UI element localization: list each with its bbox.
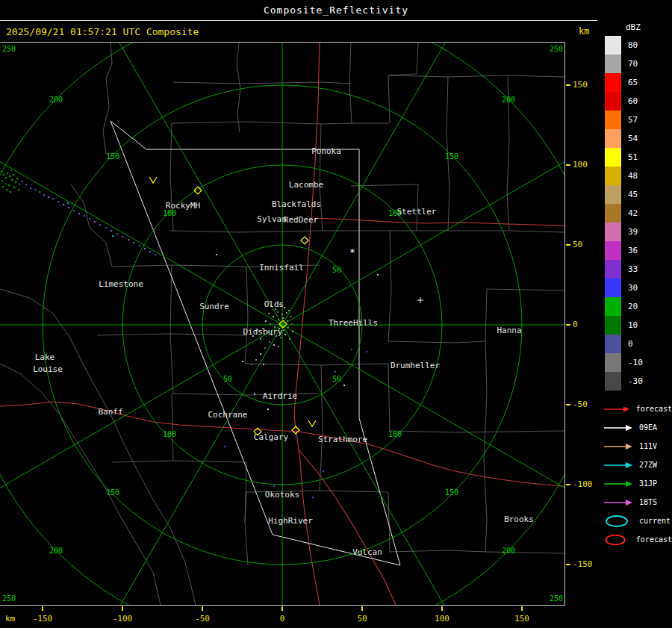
asterisk-marker-icon: *: [349, 246, 355, 258]
radar-sector-outline: [111, 121, 400, 565]
colorbar-swatch: [605, 335, 621, 353]
precip-echo: [18, 189, 19, 190]
city-label: Stettler: [397, 207, 437, 217]
colorbar-row: 48: [605, 167, 672, 185]
bottom-axis-tick-label: -100: [108, 614, 137, 624]
colorbar-swatch: [605, 297, 621, 316]
colorbar-row: 80: [605, 36, 672, 55]
right-axis-tick-label: 100: [573, 160, 588, 170]
bottom-distance-axis: km -150-100-50050100150: [0, 606, 597, 628]
bottom-axis-tick: [521, 606, 523, 611]
precip-echo: [149, 251, 151, 252]
caret-marker-icon: [149, 177, 157, 183]
colorbar-swatch: [605, 260, 621, 279]
arrow-icon: [602, 441, 635, 452]
right-axis-tick: [566, 484, 570, 485]
precip-echo: [6, 189, 7, 190]
city-label: Sylvan: [257, 214, 287, 224]
precip-echo: [116, 233, 118, 234]
county-boundary: [170, 231, 564, 232]
right-axis-tick: [566, 164, 570, 166]
colorbar-value-label: 36: [628, 246, 638, 255]
reflectivity-colorbar: 807065605754514845423936333020100-10-30: [597, 36, 672, 391]
colorbar-value-label: 10: [628, 320, 638, 330]
bottom-axis-tick-label: -150: [28, 614, 57, 624]
colorbar-row: 51: [605, 148, 672, 167]
radar-map-canvas[interactable]: 2502502502502002002002001501501501501001…: [0, 43, 564, 605]
isolated-echo: [351, 349, 352, 350]
range-ring-label: 150: [445, 488, 458, 497]
county-boundary: [320, 124, 323, 231]
highway-line: [315, 218, 564, 226]
city-label: Airdrie: [263, 391, 297, 401]
colorbar-row: 10: [605, 316, 672, 335]
county-boundary: [237, 43, 240, 132]
precip-echo: [73, 210, 75, 211]
ellipse-shape: [606, 516, 627, 526]
ellipse-icon: [602, 514, 635, 529]
precip-echo: [13, 187, 15, 188]
bottom-axis-unit-label: km: [5, 614, 15, 624]
range-ring-label: 200: [49, 547, 63, 555]
city-label: Olds: [264, 299, 284, 309]
range-ring-label: 100: [163, 430, 176, 438]
range-ring-label: 50: [332, 375, 341, 383]
county-boundary: [173, 461, 246, 522]
county-boundary: [170, 265, 173, 394]
isolated-echo: [267, 408, 269, 410]
colorbar-swatch: [605, 316, 621, 335]
bottom-axis-tick: [281, 606, 283, 611]
precip-echo: [52, 198, 54, 199]
right-axis-tick-label: -150: [573, 559, 593, 569]
colorbar-row: -10: [605, 353, 672, 372]
colorbar-row: 45: [605, 185, 672, 204]
radar-map-viewport[interactable]: 2502502502502002002002001501501501501001…: [0, 42, 565, 606]
ground-clutter: [284, 307, 285, 308]
colorbar-swatch: [605, 353, 621, 372]
precip-echo: [133, 242, 134, 243]
colorbar-value-label: 20: [628, 302, 638, 311]
colorbar-value-label: 70: [628, 59, 638, 69]
city-label: Cochrane: [208, 410, 248, 420]
right-axis-tick-label: -100: [573, 479, 593, 489]
city-label: Didsbury: [243, 327, 283, 337]
precip-echo: [2, 186, 4, 187]
arrow-icon: [602, 404, 632, 414]
city-label: ThreeHills: [329, 318, 378, 328]
bottom-axis-tick: [361, 606, 363, 611]
right-axis-tick: [566, 564, 570, 565]
colorbar-row: 36: [605, 241, 672, 260]
precip-echo: [39, 191, 40, 193]
range-ring-label: 200: [502, 547, 515, 555]
range-ring-label: 250: [2, 45, 16, 53]
arrow-icon: [602, 460, 635, 470]
city-label: Hanna: [497, 326, 521, 335]
precip-echo: [112, 235, 113, 237]
range-ring-label: 200: [49, 96, 63, 104]
isolated-echo: [312, 497, 314, 498]
arrow-icon: [602, 423, 635, 433]
legend-label: 18TS: [639, 498, 657, 506]
city-label: Banff: [98, 407, 122, 417]
county-boundary: [388, 43, 418, 123]
legend-arrow-row: 111V: [602, 437, 672, 456]
window-title: Composite_Reflectivity: [264, 4, 408, 16]
range-ring-label: 250: [2, 594, 16, 603]
precip-echo: [3, 174, 4, 175]
county-boundary: [245, 364, 388, 365]
precip-echo: [128, 239, 129, 240]
bottom-axis-tick-label: 100: [427, 614, 457, 624]
colorbar-value-label: 39: [628, 227, 638, 237]
legend-arrow-row: 18TS: [602, 493, 672, 512]
city-label: Ponoka: [311, 146, 341, 156]
legend-label: forecast: [636, 535, 672, 544]
bottom-axis-tick: [122, 606, 123, 611]
ground-clutter: [286, 312, 287, 314]
colorbar-swatch: [605, 148, 621, 167]
legend-arrow-row: 27ZW: [602, 456, 672, 474]
county-boundary: [71, 184, 112, 267]
city-label: RockyMH: [166, 201, 200, 211]
colorbar-swatch: [605, 55, 621, 73]
ground-clutter: [265, 320, 267, 322]
county-boundary: [173, 82, 351, 84]
